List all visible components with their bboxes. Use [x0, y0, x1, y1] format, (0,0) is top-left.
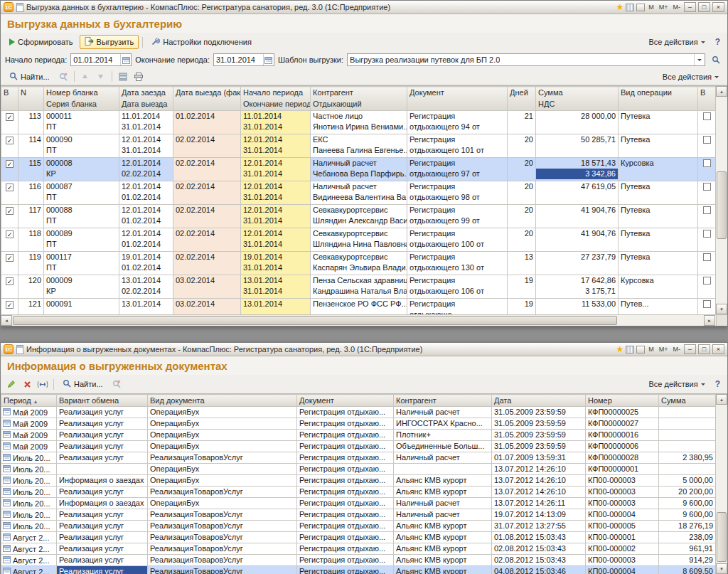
col-header-period[interactable]: Период▲ [1, 395, 57, 407]
cell[interactable]: 19.01.201401.02.2014 [119, 252, 173, 275]
cell[interactable]: Регистрация отдыхающего 130 от 19.01.201… [407, 252, 508, 275]
cell[interactable]: Наличный расчетВидинеева Валентина Ва... [311, 181, 407, 205]
cell[interactable] [57, 464, 148, 475]
cell[interactable]: 02.02.2014 [173, 252, 241, 275]
cell[interactable]: РеализацияТоваровУслуг [148, 509, 297, 521]
cell[interactable]: 03.02.2014 [173, 275, 241, 299]
cell[interactable]: Регистрация отдыхаю... [297, 555, 394, 566]
cell[interactable]: 13.01.201431.01.2014 [241, 275, 311, 299]
col-header-sum[interactable]: СуммаНДС [536, 87, 619, 111]
col-header-document[interactable]: Документ [297, 395, 394, 407]
cell[interactable]: Реализация услуг [57, 509, 148, 521]
cell[interactable] [659, 418, 716, 430]
cell[interactable]: КП00-000005 [586, 521, 659, 532]
checkbox[interactable]: ✓ [6, 184, 14, 191]
cell[interactable]: 18 571,433 342,86 [536, 158, 619, 181]
all-actions-button[interactable]: Все действия [643, 378, 710, 390]
cell[interactable]: Регистрация отдыхаю... [297, 521, 394, 532]
cell[interactable]: 20 [508, 181, 536, 205]
cell[interactable]: 01.02.2014 [173, 111, 241, 134]
cell[interactable]: КФП00000006 [586, 441, 659, 452]
cell[interactable]: КП00-000003 [586, 555, 659, 566]
cell[interactable]: 11 533,00 [536, 299, 619, 315]
memory-m-plus-button[interactable]: М+ [658, 346, 670, 353]
scroll-down-arrow[interactable]: ▼ [716, 304, 727, 314]
exported-table-row[interactable]: Август 2...Реализация услугРеализацияТов… [1, 555, 716, 566]
checkbox-cell[interactable]: ✓ [1, 275, 18, 299]
checkbox-cell[interactable] [698, 205, 716, 228]
cell[interactable]: 12.01.201401.02.2014 [119, 181, 173, 205]
cell[interactable]: Реализация услуг [57, 521, 148, 532]
help-button[interactable]: ? [712, 379, 724, 389]
cell[interactable]: Путевка [619, 228, 698, 252]
col-header-date[interactable]: Дата [492, 395, 586, 407]
cell[interactable]: КП00-000002 [586, 543, 659, 555]
export-table-row[interactable]: ✓119000117ПТ19.01.201401.02.201402.02.20… [1, 252, 716, 275]
print-icon[interactable] [132, 70, 146, 83]
cell[interactable]: Регистрация отдыхаю... [297, 543, 394, 555]
cell[interactable]: 17 642,863 175,71 [536, 275, 619, 299]
vertical-scrollbar[interactable]: ▲ ▼ [715, 86, 727, 314]
export-table-row[interactable]: ✓115000008КР12.01.201402.02.201402.02.20… [1, 158, 716, 181]
cell[interactable]: 12.01.201401.02.2014 [119, 205, 173, 228]
cell[interactable]: 114 [18, 134, 44, 158]
exported-table-row[interactable]: Май 2009Реализация услугОперацияБухРегис… [1, 430, 716, 441]
cell[interactable]: Реализация услуг [57, 407, 148, 418]
cell[interactable]: 12.01.201431.01.2014 [119, 134, 173, 158]
cell[interactable]: Реализация услуг [57, 430, 148, 441]
checkbox[interactable] [703, 112, 711, 120]
generate-button[interactable]: Сформировать [4, 36, 78, 48]
checkbox[interactable]: ✓ [6, 137, 14, 144]
exported-table-row[interactable]: Май 2009Реализация услугОперацияБухРегис… [1, 418, 716, 430]
memory-m-plus-button[interactable]: М+ [658, 4, 670, 11]
cell[interactable]: 50 285,71 [536, 134, 619, 158]
cell[interactable]: 02.08.2012 15:03:43 [492, 555, 586, 566]
find-button[interactable]: Найти... [58, 377, 108, 391]
cell[interactable]: 19 [508, 299, 536, 315]
cell[interactable]: 02.02.2014 [173, 158, 241, 181]
list-settings-icon[interactable] [116, 70, 130, 83]
cell[interactable]: Регистрация отдыхаю... [297, 441, 394, 452]
cell[interactable]: 28 000,00 [536, 111, 619, 134]
col-header-period[interactable]: Начало периодаОкончание периода [241, 87, 311, 111]
cell[interactable]: ИНГОССТРАХ Красно... [394, 418, 492, 430]
period-cell[interactable]: Июль 20... [1, 487, 57, 498]
calculator-icon[interactable] [636, 4, 645, 11]
cell[interactable]: 01.07.2009 13:59:31 [492, 452, 586, 464]
cell[interactable]: Регистрация отдыхаю... [297, 566, 394, 574]
cell[interactable]: Регистрация отдыхаю... [297, 487, 394, 498]
minimize-button[interactable]: – [684, 2, 696, 12]
cell[interactable]: КФП00000001 [586, 464, 659, 475]
cell[interactable]: ОперацияБух [148, 464, 297, 475]
cell[interactable]: 41 904,76 [536, 228, 619, 252]
cell[interactable]: 47 619,05 [536, 181, 619, 205]
cell[interactable]: 000090ПТ [44, 134, 119, 158]
col-header-operation[interactable]: Вид операции [619, 87, 698, 111]
checkbox[interactable] [703, 206, 711, 214]
cell[interactable]: Регистрация отдыхаю... [297, 418, 394, 430]
cell[interactable]: Реализация услуг [57, 543, 148, 555]
export-table-row[interactable]: ✓114000090ПТ12.01.201431.01.201402.02.20… [1, 134, 716, 158]
cell[interactable]: 31.05.2009 23:59:59 [492, 441, 586, 452]
export-table-row[interactable]: ✓113000011ПТ11.01.201431.01.201401.02.20… [1, 111, 716, 134]
cell[interactable]: Регистрация отдыхаю... [297, 475, 394, 487]
cell[interactable]: 20 [508, 228, 536, 252]
cell[interactable]: РеализацияТоваровУслуг [148, 566, 297, 574]
cell[interactable]: Путевка [619, 134, 698, 158]
checkbox[interactable]: ✓ [6, 277, 14, 285]
cell[interactable]: ОперацияБух [148, 407, 297, 418]
period-cell[interactable]: Июль 20... [1, 464, 57, 475]
period-cell[interactable]: Август 2... [1, 543, 57, 555]
period-cell[interactable]: Июль 20... [1, 475, 57, 487]
template-input[interactable]: Выгрузка реализации путевок для БП 2.0 [347, 53, 705, 66]
cell[interactable]: КП00-000004 [586, 509, 659, 521]
checkbox[interactable] [703, 277, 711, 285]
cell[interactable]: Курсовка [619, 275, 698, 299]
cancel-search-icon[interactable] [109, 378, 124, 390]
cell[interactable]: Наличный расчетЧебанова Вера Парфирь... [311, 158, 407, 181]
dropdown-icon[interactable] [694, 54, 705, 65]
cell[interactable]: 238,09 [659, 532, 716, 543]
memory-m-minus-button[interactable]: М- [672, 346, 682, 353]
cell[interactable]: КП00-000003 [586, 487, 659, 498]
cell[interactable]: Реализация услуг [57, 441, 148, 452]
